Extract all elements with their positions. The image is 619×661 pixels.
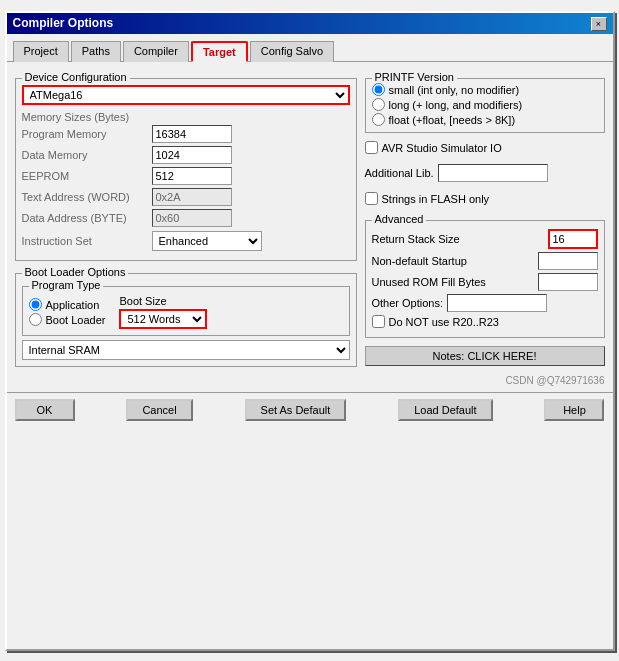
printf-float-row: float (+float, [needs > 8K]) [372,113,598,126]
instruction-set-label: Instruction Set [22,235,152,247]
printf-long-radio[interactable] [372,98,385,111]
eeprom-row: EEPROM [22,167,350,185]
cancel-button[interactable]: Cancel [126,399,192,421]
eeprom-label: EEPROM [22,170,152,182]
application-label: Application [46,299,100,311]
additional-lib-input[interactable] [438,164,548,182]
boot-size-row: Application Boot Loader Boot Size 512 Wo… [29,295,343,329]
avr-row: AVR Studio Simulator IO [365,141,605,154]
strings-flash-label: Strings in FLASH only [382,193,490,205]
program-memory-row: Program Memory [22,125,350,143]
printf-long-label: long (+ long, and modifiers) [389,99,523,111]
compiler-options-window: Compiler Options × Project Paths Compile… [5,11,615,651]
strings-flash-row: Strings in FLASH only [365,192,605,205]
internal-sram-row: Internal SRAM [22,340,350,360]
bootloader-radio[interactable] [29,313,42,326]
unused-rom-label: Unused ROM Fill Bytes [372,276,538,288]
text-address-label: Text Address (WORD) [22,191,152,203]
internal-sram-select[interactable]: Internal SRAM [22,340,350,360]
program-memory-input[interactable] [152,125,232,143]
bootloader-outer-group: Boot Loader Options Program Type Applica… [15,273,357,367]
printf-small-label: small (int only, no modifier) [389,84,520,96]
device-config-label: Device Configuration [22,71,130,83]
printf-float-radio[interactable] [372,113,385,126]
right-column: PRINTF Version small (int only, no modif… [365,70,605,367]
help-button[interactable]: Help [544,399,604,421]
text-address-input[interactable] [152,188,232,206]
close-button[interactable]: × [591,17,607,31]
non-default-input[interactable] [538,252,598,270]
printf-label: PRINTF Version [372,71,457,83]
data-address-input[interactable] [152,209,232,227]
avr-studio-checkbox[interactable] [365,141,378,154]
left-column: Device Configuration ATMega16 Memory Siz… [15,70,357,367]
additional-lib-label: Additional Lib. [365,167,434,179]
other-options-input[interactable] [447,294,547,312]
return-stack-label: Return Stack Size [372,233,548,245]
bootloader-radio-row: Boot Loader [29,313,106,326]
advanced-group: Advanced Return Stack Size Non-default S… [365,220,605,338]
instruction-set-row: Instruction Set Enhanced [22,231,350,251]
application-radio-row: Application [29,298,106,311]
instruction-set-select[interactable]: Enhanced [152,231,262,251]
device-config-group: Device Configuration ATMega16 Memory Siz… [15,78,357,261]
printf-small-row: small (int only, no modifier) [372,83,598,96]
additional-lib-row: Additional Lib. [365,164,605,182]
non-default-row: Non-default Startup [372,252,598,270]
title-bar-buttons: × [591,16,607,32]
printf-float-label: float (+float, [needs > 8K]) [389,114,516,126]
tab-project[interactable]: Project [13,41,69,62]
data-address-label: Data Address (BYTE) [22,212,152,224]
bootloader-outer-label: Boot Loader Options [22,266,129,278]
boot-size-col: Boot Size 512 Words 1024 Words 2048 Word… [119,295,207,329]
device-select[interactable]: ATMega16 [22,85,350,105]
data-address-row: Data Address (BYTE) [22,209,350,227]
tab-target[interactable]: Target [191,41,248,62]
application-radio[interactable] [29,298,42,311]
advanced-label: Advanced [372,213,427,225]
do-not-use-checkbox[interactable] [372,315,385,328]
return-stack-row: Return Stack Size [372,229,598,249]
set-as-default-button[interactable]: Set As Default [245,399,347,421]
main-content: Device Configuration ATMega16 Memory Siz… [7,62,613,375]
text-address-row: Text Address (WORD) [22,188,350,206]
printf-group: PRINTF Version small (int only, no modif… [365,78,605,133]
boot-size-select[interactable]: 512 Words 1024 Words 2048 Words 4096 Wor… [119,309,207,329]
other-options-row: Other Options: [372,294,598,312]
title-bar: Compiler Options × [7,13,613,35]
unused-rom-row: Unused ROM Fill Bytes [372,273,598,291]
unused-rom-input[interactable] [538,273,598,291]
tab-bar: Project Paths Compiler Target Config Sal… [7,34,613,62]
avr-studio-label: AVR Studio Simulator IO [382,142,502,154]
printf-radio-group: small (int only, no modifier) long (+ lo… [372,83,598,126]
watermark: CSDN @Q742971636 [7,375,613,388]
printf-small-radio[interactable] [372,83,385,96]
program-memory-label: Program Memory [22,128,152,140]
window-title: Compiler Options [13,16,114,30]
data-memory-row: Data Memory [22,146,350,164]
tab-config-salvo[interactable]: Config Salvo [250,41,334,62]
boot-size-label: Boot Size [119,295,207,307]
do-not-use-label: Do NOT use R20..R23 [389,316,499,328]
strings-flash-checkbox[interactable] [365,192,378,205]
eeprom-input[interactable] [152,167,232,185]
program-type-radios: Application Boot Loader [29,298,106,326]
bootloader-inner-group: Program Type Application Boot Loader [22,286,350,336]
data-memory-label: Data Memory [22,149,152,161]
bootloader-label: Boot Loader [46,314,106,326]
load-default-button[interactable]: Load Default [398,399,492,421]
printf-long-row: long (+ long, and modifiers) [372,98,598,111]
other-options-label: Other Options: [372,297,444,309]
tab-compiler[interactable]: Compiler [123,41,189,62]
notes-button[interactable]: Notes: CLICK HERE! [365,346,605,366]
bootloader-inner-label: Program Type [29,279,104,291]
tab-paths[interactable]: Paths [71,41,121,62]
memory-sizes-label: Memory Sizes (Bytes) [22,111,350,123]
do-not-use-row: Do NOT use R20..R23 [372,315,598,328]
data-memory-input[interactable] [152,146,232,164]
footer: OK Cancel Set As Default Load Default He… [7,392,613,427]
non-default-label: Non-default Startup [372,255,538,267]
return-stack-input[interactable] [548,229,598,249]
ok-button[interactable]: OK [15,399,75,421]
